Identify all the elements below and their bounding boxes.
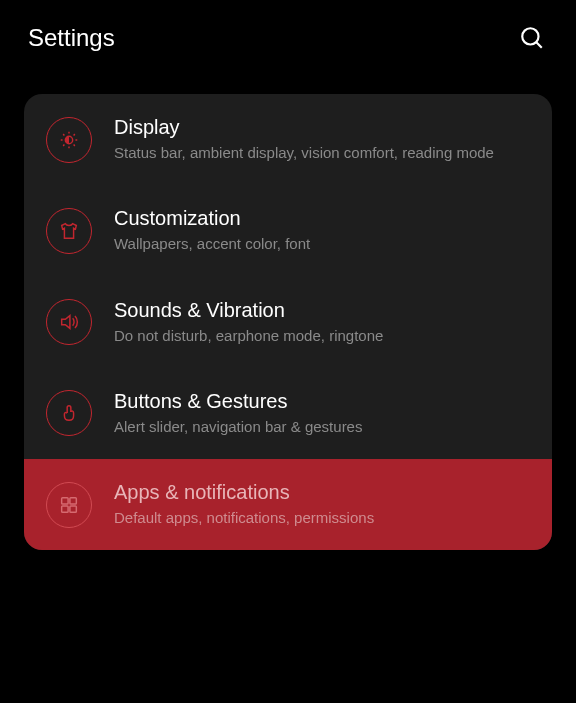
- item-subtitle: Wallpapers, accent color, font: [114, 234, 530, 254]
- settings-item-apps[interactable]: Apps & notifications Default apps, notif…: [24, 459, 552, 550]
- item-subtitle: Status bar, ambient display, vision comf…: [114, 143, 530, 163]
- item-title: Display: [114, 116, 530, 139]
- item-text: Apps & notifications Default apps, notif…: [114, 481, 530, 528]
- settings-item-display[interactable]: Display Status bar, ambient display, vis…: [24, 94, 552, 185]
- svg-rect-5: [62, 506, 68, 512]
- display-icon: [46, 117, 92, 163]
- item-text: Sounds & Vibration Do not disturb, earph…: [114, 299, 530, 346]
- item-subtitle: Default apps, notifications, permissions: [114, 508, 530, 528]
- item-text: Customization Wallpapers, accent color, …: [114, 207, 530, 254]
- svg-rect-3: [62, 497, 68, 503]
- item-text: Display Status bar, ambient display, vis…: [114, 116, 530, 163]
- settings-item-customization[interactable]: Customization Wallpapers, accent color, …: [24, 185, 552, 276]
- gesture-icon: [46, 390, 92, 436]
- item-subtitle: Do not disturb, earphone mode, ringtone: [114, 326, 530, 346]
- settings-panel: Display Status bar, ambient display, vis…: [24, 94, 552, 550]
- header: Settings: [0, 0, 576, 76]
- svg-rect-4: [70, 497, 76, 503]
- svg-rect-6: [70, 506, 76, 512]
- search-icon: [519, 25, 545, 51]
- apps-icon: [46, 482, 92, 528]
- svg-line-1: [536, 42, 541, 47]
- shirt-icon: [46, 208, 92, 254]
- speaker-icon: [46, 299, 92, 345]
- item-title: Apps & notifications: [114, 481, 530, 504]
- settings-item-sounds[interactable]: Sounds & Vibration Do not disturb, earph…: [24, 277, 552, 368]
- search-button[interactable]: [516, 22, 548, 54]
- item-subtitle: Alert slider, navigation bar & gestures: [114, 417, 530, 437]
- item-title: Buttons & Gestures: [114, 390, 530, 413]
- item-title: Customization: [114, 207, 530, 230]
- settings-item-buttons[interactable]: Buttons & Gestures Alert slider, navigat…: [24, 368, 552, 459]
- item-text: Buttons & Gestures Alert slider, navigat…: [114, 390, 530, 437]
- svg-point-0: [522, 28, 538, 44]
- page-title: Settings: [28, 24, 115, 52]
- item-title: Sounds & Vibration: [114, 299, 530, 322]
